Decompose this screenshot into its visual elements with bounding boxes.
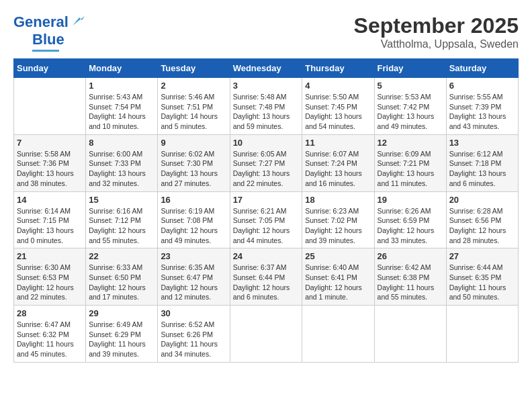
day-cell: 9Sunrise: 6:02 AMSunset: 7:30 PMDaylight… [158, 134, 230, 191]
day-number: 27 [449, 251, 515, 261]
day-cell: 5Sunrise: 5:53 AMSunset: 7:42 PMDaylight… [374, 78, 446, 135]
day-number: 9 [161, 138, 226, 148]
header-cell-thursday: Thursday [302, 59, 374, 78]
day-cell: 25Sunrise: 6:40 AMSunset: 6:41 PMDayligh… [302, 248, 374, 306]
day-number: 25 [305, 251, 371, 261]
day-info: Sunrise: 5:43 AMSunset: 7:54 PMDaylight:… [89, 92, 154, 132]
day-info: Sunrise: 6:02 AMSunset: 7:30 PMDaylight:… [161, 149, 226, 189]
day-info: Sunrise: 6:52 AMSunset: 6:26 PMDaylight:… [161, 320, 226, 359]
day-cell: 29Sunrise: 6:49 AMSunset: 6:29 PMDayligh… [86, 306, 158, 363]
day-cell: 4Sunrise: 5:50 AMSunset: 7:45 PMDaylight… [302, 78, 374, 135]
calendar-table: SundayMondayTuesdayWednesdayThursdayFrid… [13, 58, 519, 363]
header-cell-monday: Monday [86, 59, 158, 78]
header-cell-friday: Friday [374, 59, 446, 78]
day-info: Sunrise: 5:58 AMSunset: 7:36 PMDaylight:… [17, 149, 83, 189]
day-cell: 14Sunrise: 6:14 AMSunset: 7:15 PMDayligh… [14, 191, 86, 248]
logo-blue-text: Blue [32, 31, 64, 48]
day-number: 18 [305, 195, 371, 205]
day-number: 17 [233, 195, 300, 205]
day-info: Sunrise: 5:50 AMSunset: 7:45 PMDaylight:… [305, 92, 371, 132]
calendar-body: 1Sunrise: 5:43 AMSunset: 7:54 PMDaylight… [14, 78, 519, 363]
week-row-3: 14Sunrise: 6:14 AMSunset: 7:15 PMDayligh… [14, 191, 519, 248]
day-cell: 24Sunrise: 6:37 AMSunset: 6:44 PMDayligh… [230, 248, 302, 306]
day-cell: 28Sunrise: 6:47 AMSunset: 6:32 PMDayligh… [14, 306, 86, 363]
page-title: September 2025 [354, 13, 519, 38]
day-cell: 8Sunrise: 6:00 AMSunset: 7:33 PMDaylight… [86, 134, 158, 191]
day-cell: 7Sunrise: 5:58 AMSunset: 7:36 PMDaylight… [14, 134, 86, 191]
day-number: 10 [233, 138, 300, 148]
day-info: Sunrise: 6:40 AMSunset: 6:41 PMDaylight:… [305, 263, 371, 302]
day-number: 21 [17, 251, 83, 261]
page-subtitle: Vattholma, Uppsala, Sweden [354, 38, 519, 50]
day-cell [14, 78, 86, 135]
day-info: Sunrise: 6:33 AMSunset: 6:50 PMDaylight:… [89, 263, 154, 302]
day-cell: 1Sunrise: 5:43 AMSunset: 7:54 PMDaylight… [86, 78, 158, 135]
page-header: General Blue September 2025 Vattholma, U… [13, 13, 519, 52]
day-cell [446, 306, 518, 363]
day-cell: 22Sunrise: 6:33 AMSunset: 6:50 PMDayligh… [86, 248, 158, 306]
day-cell: 13Sunrise: 6:12 AMSunset: 7:18 PMDayligh… [446, 134, 518, 191]
day-info: Sunrise: 6:12 AMSunset: 7:18 PMDaylight:… [449, 149, 515, 189]
day-number: 5 [378, 81, 443, 91]
header-cell-saturday: Saturday [446, 59, 518, 78]
header-row: SundayMondayTuesdayWednesdayThursdayFrid… [14, 59, 519, 78]
day-number: 28 [17, 308, 83, 318]
day-number: 24 [233, 251, 300, 261]
day-cell: 10Sunrise: 6:05 AMSunset: 7:27 PMDayligh… [230, 134, 302, 191]
day-cell: 17Sunrise: 6:21 AMSunset: 7:05 PMDayligh… [230, 191, 302, 248]
header-cell-tuesday: Tuesday [158, 59, 230, 78]
day-info: Sunrise: 5:55 AMSunset: 7:39 PMDaylight:… [449, 92, 515, 132]
day-info: Sunrise: 5:53 AMSunset: 7:42 PMDaylight:… [378, 92, 443, 132]
day-number: 14 [17, 195, 83, 205]
day-number: 11 [305, 138, 371, 148]
title-block: September 2025 Vattholma, Uppsala, Swede… [354, 13, 519, 50]
day-number: 19 [378, 195, 443, 205]
day-cell: 15Sunrise: 6:16 AMSunset: 7:12 PMDayligh… [86, 191, 158, 248]
day-number: 6 [449, 81, 515, 91]
day-cell [374, 306, 446, 363]
day-info: Sunrise: 6:26 AMSunset: 6:59 PMDaylight:… [378, 206, 443, 246]
day-cell: 12Sunrise: 6:09 AMSunset: 7:21 PMDayligh… [374, 134, 446, 191]
week-row-2: 7Sunrise: 5:58 AMSunset: 7:36 PMDaylight… [14, 134, 519, 191]
day-cell: 6Sunrise: 5:55 AMSunset: 7:39 PMDaylight… [446, 78, 518, 135]
day-number: 7 [17, 138, 83, 148]
logo-underline [32, 50, 59, 52]
week-row-4: 21Sunrise: 6:30 AMSunset: 6:53 PMDayligh… [14, 248, 519, 306]
day-info: Sunrise: 6:16 AMSunset: 7:12 PMDaylight:… [89, 206, 154, 246]
day-info: Sunrise: 6:49 AMSunset: 6:29 PMDaylight:… [89, 320, 154, 359]
day-cell: 26Sunrise: 6:42 AMSunset: 6:38 PMDayligh… [374, 248, 446, 306]
day-info: Sunrise: 6:05 AMSunset: 7:27 PMDaylight:… [233, 149, 300, 189]
day-info: Sunrise: 6:21 AMSunset: 7:05 PMDaylight:… [233, 206, 300, 246]
logo-general-text: General [13, 13, 69, 31]
header-cell-sunday: Sunday [14, 59, 86, 78]
day-cell: 11Sunrise: 6:07 AMSunset: 7:24 PMDayligh… [302, 134, 374, 191]
day-number: 15 [89, 195, 154, 205]
day-cell [230, 306, 302, 363]
day-cell: 3Sunrise: 5:48 AMSunset: 7:48 PMDaylight… [230, 78, 302, 135]
day-info: Sunrise: 6:23 AMSunset: 7:02 PMDaylight:… [305, 206, 371, 246]
day-info: Sunrise: 6:09 AMSunset: 7:21 PMDaylight:… [378, 149, 443, 189]
day-number: 12 [378, 138, 443, 148]
day-number: 23 [161, 251, 226, 261]
calendar-header: SundayMondayTuesdayWednesdayThursdayFrid… [14, 59, 519, 78]
day-info: Sunrise: 6:47 AMSunset: 6:32 PMDaylight:… [17, 320, 83, 359]
day-number: 2 [161, 81, 226, 91]
day-cell: 27Sunrise: 6:44 AMSunset: 6:35 PMDayligh… [446, 248, 518, 306]
day-info: Sunrise: 5:46 AMSunset: 7:51 PMDaylight:… [161, 92, 226, 132]
day-info: Sunrise: 6:37 AMSunset: 6:44 PMDaylight:… [233, 263, 300, 302]
day-number: 4 [305, 81, 371, 91]
day-cell [302, 306, 374, 363]
day-info: Sunrise: 6:44 AMSunset: 6:35 PMDaylight:… [449, 263, 515, 302]
week-row-5: 28Sunrise: 6:47 AMSunset: 6:32 PMDayligh… [14, 306, 519, 363]
day-cell: 2Sunrise: 5:46 AMSunset: 7:51 PMDaylight… [158, 78, 230, 135]
day-info: Sunrise: 5:48 AMSunset: 7:48 PMDaylight:… [233, 92, 300, 132]
day-info: Sunrise: 6:35 AMSunset: 6:47 PMDaylight:… [161, 263, 226, 302]
day-info: Sunrise: 6:42 AMSunset: 6:38 PMDaylight:… [378, 263, 443, 302]
day-info: Sunrise: 6:28 AMSunset: 6:56 PMDaylight:… [449, 206, 515, 246]
header-cell-wednesday: Wednesday [230, 59, 302, 78]
day-number: 8 [89, 138, 154, 148]
day-info: Sunrise: 6:30 AMSunset: 6:53 PMDaylight:… [17, 263, 83, 302]
day-number: 20 [449, 195, 515, 205]
day-number: 26 [378, 251, 443, 261]
day-cell: 20Sunrise: 6:28 AMSunset: 6:56 PMDayligh… [446, 191, 518, 248]
